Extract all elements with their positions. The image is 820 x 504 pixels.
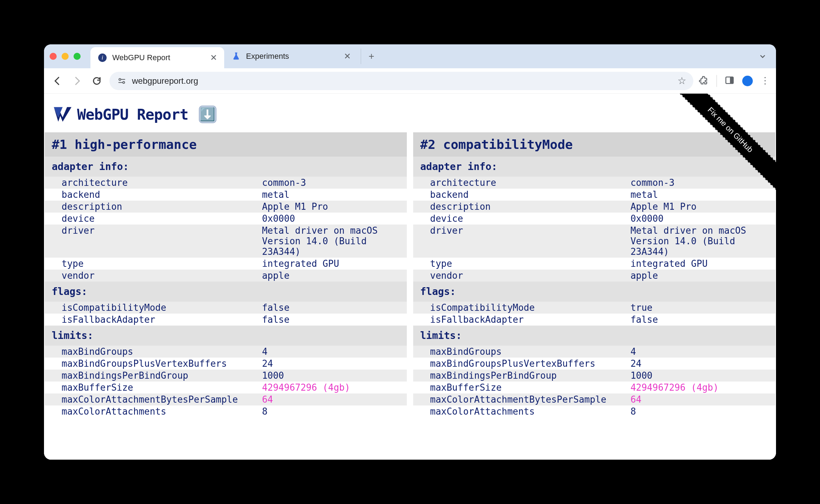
data-row: driverMetal driver on macOS Version 14.0… [45, 225, 407, 258]
section-heading: limits: [413, 326, 775, 346]
tab-title: WebGPU Report [112, 53, 170, 62]
row-value: integrated GPU [630, 258, 775, 270]
svg-point-3 [123, 81, 125, 83]
row-key: driver [413, 225, 630, 258]
profile-avatar[interactable] [742, 76, 753, 86]
row-key: maxBindGroups [413, 346, 630, 358]
favicon-icon: i [97, 53, 107, 63]
row-value: common-3 [262, 177, 407, 189]
data-row: isCompatibilityModefalse [45, 302, 407, 314]
data-row: vendorapple [45, 270, 407, 282]
data-row: architecturecommon-3 [45, 177, 407, 189]
divider [717, 75, 717, 87]
reload-button[interactable] [90, 74, 104, 88]
data-row: maxBindGroups4 [45, 346, 407, 358]
row-key: vendor [45, 270, 262, 282]
row-value: false [630, 314, 775, 326]
row-key: type [413, 258, 630, 270]
data-row: maxColorAttachments8 [413, 405, 775, 417]
row-value: 4 [262, 346, 407, 358]
row-value: common-3 [630, 177, 775, 189]
row-value: 4 [630, 346, 775, 358]
row-value: 64 [630, 393, 775, 405]
row-key: backend [45, 189, 262, 201]
row-value: 1000 [262, 370, 407, 382]
data-row: typeintegrated GPU [45, 258, 407, 270]
data-row: device0x0000 [45, 213, 407, 225]
row-value: 0x0000 [262, 213, 407, 225]
row-key: vendor [413, 270, 630, 282]
data-row: descriptionApple M1 Pro [45, 201, 407, 213]
data-row: typeintegrated GPU [413, 258, 775, 270]
row-value: Apple M1 Pro [630, 201, 775, 213]
page-header: WebGPU Report ⬇️ [44, 94, 776, 132]
webgpu-logo-icon [54, 107, 71, 122]
row-value: apple [630, 270, 775, 282]
row-key: maxBindGroupsPlusVertexBuffers [45, 358, 262, 370]
row-key: description [413, 201, 630, 213]
row-key: device [413, 213, 630, 225]
data-row: architecturecommon-3 [413, 177, 775, 189]
row-key: architecture [45, 177, 262, 189]
window-controls [50, 53, 81, 60]
data-row: maxBindGroups4 [413, 346, 775, 358]
adapter-columns: #1 high-performanceadapter info:architec… [44, 132, 776, 417]
data-row: maxColorAttachmentBytesPerSample64 [413, 393, 775, 405]
download-button[interactable]: ⬇️ [199, 106, 216, 123]
adapter-column: #2 compatibilityModeadapter info:archite… [413, 132, 775, 417]
row-key: architecture [413, 177, 630, 189]
data-row: descriptionApple M1 Pro [413, 201, 775, 213]
row-value: Apple M1 Pro [262, 201, 407, 213]
row-key: maxBindingsPerBindGroup [45, 370, 262, 382]
data-row: backendmetal [45, 189, 407, 201]
row-key: maxBufferSize [45, 382, 262, 393]
row-value: 64 [262, 393, 407, 405]
row-key: maxBindGroupsPlusVertexBuffers [413, 358, 630, 370]
tab-close-icon[interactable]: ✕ [210, 53, 217, 63]
row-value: false [262, 314, 407, 326]
row-key: driver [45, 225, 262, 258]
section-heading: limits: [45, 326, 407, 346]
back-button[interactable] [50, 74, 64, 88]
tabs-dropdown-icon[interactable] [755, 49, 770, 64]
data-row: isFallbackAdapterfalse [413, 314, 775, 326]
sidepanel-icon[interactable] [725, 75, 734, 87]
row-key: maxBufferSize [413, 382, 630, 393]
window-close[interactable] [50, 53, 57, 60]
new-tab-button[interactable]: + [361, 49, 376, 64]
row-key: backend [413, 189, 630, 201]
flask-icon [231, 51, 241, 61]
data-row: vendorapple [413, 270, 775, 282]
page-content: WebGPU Report ⬇️ Fix me on GitHub #1 hig… [44, 94, 776, 460]
window-minimize[interactable] [62, 53, 69, 60]
toolbar-right: ⋮ [699, 75, 770, 87]
row-key: description [45, 201, 262, 213]
row-value: true [630, 302, 775, 314]
forward-button[interactable] [70, 74, 84, 88]
toolbar: webgpureport.org ☆ ⋮ [44, 68, 776, 94]
page-title: WebGPU Report [77, 106, 188, 123]
row-value: 24 [262, 358, 407, 370]
section-heading: flags: [45, 282, 407, 302]
extensions-icon[interactable] [699, 75, 709, 87]
adapter-heading: #1 high-performance [45, 132, 407, 157]
row-value: 24 [630, 358, 775, 370]
menu-icon[interactable]: ⋮ [761, 75, 770, 86]
row-key: maxColorAttachments [45, 405, 262, 417]
row-key: maxColorAttachmentBytesPerSample [413, 393, 630, 405]
tab-experiments[interactable]: Experiments ✕ [224, 46, 358, 67]
url-bar[interactable]: webgpureport.org ☆ [109, 72, 693, 90]
data-row: isCompatibilityModetrue [413, 302, 775, 314]
row-key: isFallbackAdapter [413, 314, 630, 326]
section-heading: adapter info: [45, 157, 407, 177]
svg-point-2 [119, 78, 121, 80]
row-key: maxColorAttachmentBytesPerSample [45, 393, 262, 405]
tab-close-icon[interactable]: ✕ [344, 51, 351, 61]
svg-text:i: i [102, 54, 103, 61]
site-info-icon[interactable] [116, 76, 127, 86]
row-value: metal [262, 189, 407, 201]
window-maximize[interactable] [74, 53, 81, 60]
data-row: backendmetal [413, 189, 775, 201]
tab-webgpu-report[interactable]: i WebGPU Report ✕ [90, 47, 224, 68]
bookmark-star-icon[interactable]: ☆ [677, 75, 686, 87]
